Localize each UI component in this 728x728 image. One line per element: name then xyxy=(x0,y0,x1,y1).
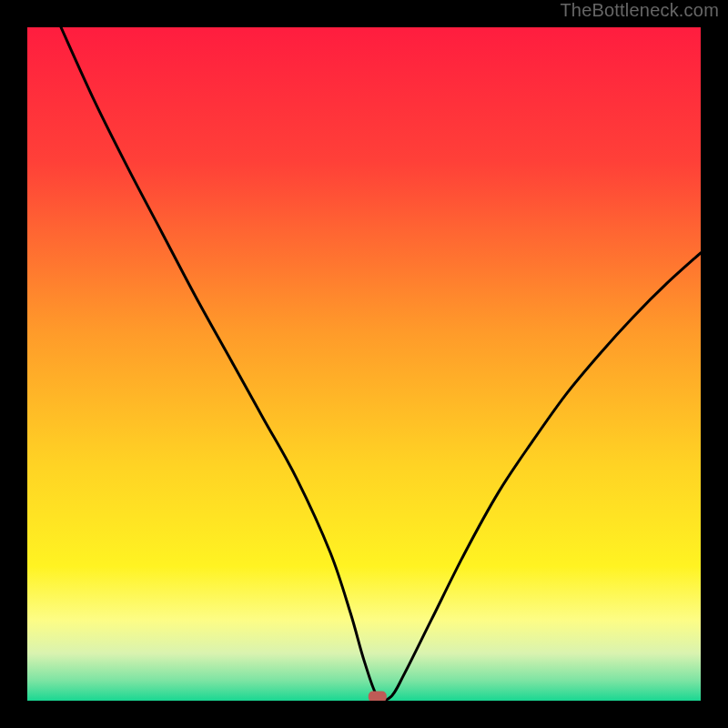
optimum-marker xyxy=(369,692,387,701)
gradient-background xyxy=(27,27,701,701)
plot-area xyxy=(27,27,701,701)
watermark-text: TheBottleneck.com xyxy=(560,0,719,21)
chart-frame: TheBottleneck.com xyxy=(0,0,728,728)
plot-svg xyxy=(27,27,701,701)
